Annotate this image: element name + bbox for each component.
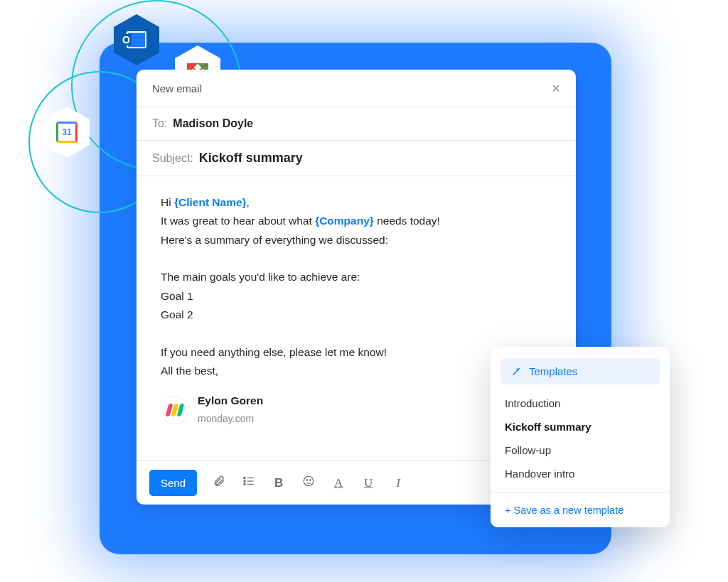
svg-point-1	[244, 480, 245, 482]
body-line: Hi {Client Name},	[161, 193, 552, 212]
to-field[interactable]: To: Madison Doyle	[136, 107, 576, 141]
placeholder-company: {Company}	[315, 215, 374, 227]
template-item-kickoff-summary[interactable]: Kickoff summary	[500, 415, 660, 438]
save-as-template-link[interactable]: + Save as a new template	[500, 500, 660, 517]
svg-point-7	[306, 480, 308, 481]
signature-name: Eylon Goren	[198, 392, 263, 410]
svg-point-8	[310, 480, 311, 481]
body-line: Here's a summary of everything we discus…	[161, 231, 552, 249]
bullet-list-icon[interactable]	[241, 475, 257, 491]
templates-header[interactable]: Templates	[500, 358, 660, 384]
svg-point-0	[244, 477, 245, 478]
compose-title: New email	[152, 82, 202, 95]
send-button[interactable]: Send	[149, 470, 197, 496]
text-color-icon[interactable]: A	[331, 476, 346, 490]
signature-company: monday.com	[198, 411, 263, 428]
subject-label: Subject:	[152, 152, 193, 165]
body-line: Goal 2	[161, 306, 552, 324]
close-icon[interactable]: ×	[552, 81, 560, 95]
placeholder-client-name: {Client Name}	[174, 196, 247, 208]
body-line: It was great to hear about what {Company…	[161, 212, 552, 230]
template-item-handover-intro[interactable]: Handover intro	[500, 462, 660, 485]
monday-logo-icon	[161, 396, 189, 424]
signature-text: Eylon Goren monday.com	[198, 392, 263, 427]
svg-point-6	[304, 476, 314, 486]
svg-point-2	[244, 483, 245, 485]
attach-icon[interactable]	[211, 475, 227, 491]
magic-wand-icon	[510, 366, 522, 377]
to-value: Madison Doyle	[173, 117, 253, 130]
template-item-follow-up[interactable]: Follow-up	[500, 438, 660, 462]
subject-field[interactable]: Subject: Kickoff summary	[136, 141, 576, 176]
divider	[491, 492, 670, 493]
to-label: To:	[152, 117, 167, 130]
underline-icon[interactable]: U	[360, 476, 376, 490]
subject-value: Kickoff summary	[199, 151, 303, 166]
italic-icon[interactable]: I	[390, 476, 406, 490]
bold-icon[interactable]: B	[271, 476, 287, 490]
template-item-introduction[interactable]: Introduction	[500, 392, 660, 415]
emoji-icon[interactable]	[301, 475, 316, 491]
body-line: Goal 1	[161, 287, 552, 306]
compose-header: New email ×	[136, 70, 576, 107]
templates-popover: Templates Introduction Kickoff summary F…	[491, 347, 670, 527]
body-line: The main goals you'd like to achieve are…	[161, 268, 552, 286]
